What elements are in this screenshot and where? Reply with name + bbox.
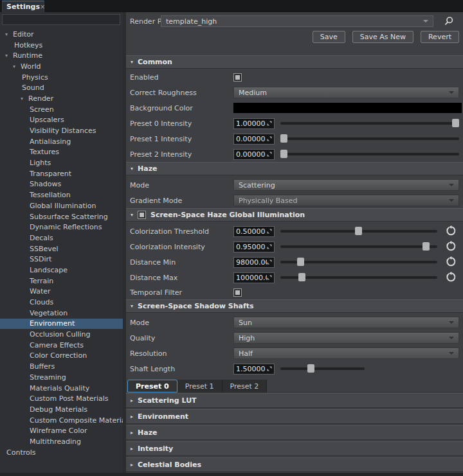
- sidebar-item-runtime[interactable]: ▾Runtime: [0, 50, 123, 61]
- sidebar-item-occlusion-culling[interactable]: Occlusion Culling: [0, 329, 123, 340]
- slider-handle[interactable]: [280, 150, 287, 158]
- close-icon[interactable]: ×: [40, 3, 45, 10]
- shafts-resolution-dropdown[interactable]: Half: [233, 348, 459, 359]
- save-as-new-button[interactable]: Save As New: [352, 31, 413, 43]
- tab-preset-1[interactable]: Preset 1: [177, 380, 222, 392]
- sidebar-item-sound[interactable]: Sound: [0, 82, 123, 93]
- slider-handle[interactable]: [280, 134, 287, 143]
- sidebar-item-visibility-distances[interactable]: Visibility Distances: [0, 125, 123, 136]
- section-header-celestial-bodies[interactable]: ▸ Celestial Bodies: [126, 457, 463, 472]
- sidebar-item-world[interactable]: ▾World: [0, 61, 123, 72]
- section-header-sshgi[interactable]: ▾ Screen-Space Haze Global Illumination: [126, 208, 463, 222]
- sidebar-item-ssbevel[interactable]: SSBevel: [0, 243, 123, 254]
- sidebar-item-vegetation[interactable]: Vegetation: [0, 308, 123, 319]
- sidebar-item-decals[interactable]: Decals: [0, 233, 123, 243]
- sidebar-item-streaming[interactable]: Streaming: [0, 372, 123, 383]
- temporal-filter-checkbox[interactable]: [233, 288, 242, 297]
- preset1-intensity-field[interactable]: 0.00000: [233, 134, 275, 145]
- sidebar-item-textures[interactable]: Textures: [0, 147, 123, 158]
- section-header-haze[interactable]: ▾ Haze: [126, 162, 463, 175]
- sidebar-item-debug-materials[interactable]: Debug Materials: [0, 404, 123, 415]
- sidebar-item-editor[interactable]: ▾Editor: [0, 29, 123, 40]
- shafts-mode-dropdown[interactable]: Sun: [233, 317, 459, 328]
- sidebar-item-controls[interactable]: Controls: [0, 447, 123, 458]
- sidebar-item-dynamic-reflections[interactable]: Dynamic Reflections: [0, 222, 123, 233]
- chevron-down-icon: [449, 184, 454, 186]
- sidebar-item-wireframe-color[interactable]: Wireframe Color: [0, 425, 123, 436]
- distance-max-slider[interactable]: [280, 276, 437, 279]
- slider-handle[interactable]: [452, 119, 459, 127]
- sidebar-item-render[interactable]: ▾Render: [0, 93, 123, 104]
- sidebar-search-input[interactable]: [2, 14, 120, 25]
- sshgi-checkbox[interactable]: [138, 211, 146, 219]
- colorization-threshold-field[interactable]: 0.50000: [233, 226, 275, 237]
- section-header-scattering-lut[interactable]: ▸ Scattering LUT: [126, 393, 463, 408]
- preset0-intensity-slider[interactable]: [280, 122, 459, 125]
- sidebar-item-hotkeys[interactable]: Hotkeys: [0, 40, 123, 51]
- colorization-intensity-field[interactable]: 0.95000: [233, 242, 275, 252]
- tab-preset-2[interactable]: Preset 2: [222, 380, 268, 392]
- reset-icon[interactable]: [446, 256, 457, 267]
- colorization-intensity-slider[interactable]: [280, 245, 437, 248]
- section-header-common[interactable]: ▾ Common: [126, 55, 463, 69]
- sidebar-item-environment[interactable]: Environment: [0, 319, 123, 330]
- sidebar-item-terrain[interactable]: Terrain: [0, 276, 123, 286]
- render-preset-dropdown[interactable]: template_high: [161, 15, 433, 27]
- preset2-intensity-field[interactable]: 0.00000: [233, 149, 275, 160]
- haze-mode-dropdown[interactable]: Scattering: [233, 179, 459, 191]
- section-header-haze-preset[interactable]: ▸ Haze: [126, 425, 463, 440]
- distance-min-slider[interactable]: [280, 261, 437, 263]
- section-header-intensity[interactable]: ▸ Intensity: [126, 441, 463, 456]
- enabled-checkbox[interactable]: [233, 73, 242, 82]
- preset1-intensity-slider[interactable]: [280, 137, 459, 140]
- gradient-mode-dropdown[interactable]: Physically Based: [233, 195, 459, 206]
- slider-handle[interactable]: [298, 273, 305, 281]
- search-icon[interactable]: [444, 16, 454, 26]
- background-color-swatch[interactable]: [233, 103, 462, 113]
- section-header-environment[interactable]: ▸ Environment: [126, 409, 463, 424]
- sidebar-item-color-correction[interactable]: Color Correction: [0, 351, 123, 362]
- sidebar-item-shadows[interactable]: Shadows: [0, 179, 123, 190]
- reset-icon[interactable]: [446, 241, 457, 252]
- distance-max-field[interactable]: 100000.0: [233, 272, 275, 283]
- sidebar-item-tessellation[interactable]: Tessellation: [0, 190, 123, 200]
- shaft-length-slider[interactable]: [280, 367, 365, 370]
- tab-preset-0[interactable]: Preset 0: [127, 380, 177, 392]
- slider-handle[interactable]: [422, 242, 430, 251]
- sidebar-item-buffers[interactable]: Buffers: [0, 361, 123, 372]
- sidebar-item-lights[interactable]: Lights: [0, 157, 123, 168]
- sidebar-item-clouds[interactable]: Clouds: [0, 297, 123, 308]
- sidebar-item-screen[interactable]: Screen: [0, 104, 123, 115]
- sidebar-item-custom-composite-materials[interactable]: Custom Composite Materials: [0, 415, 123, 426]
- sidebar-item-transparent[interactable]: Transparent: [0, 168, 123, 179]
- preset2-intensity-slider[interactable]: [280, 153, 459, 155]
- sidebar-item-ssdirt[interactable]: SSDirt: [0, 254, 123, 265]
- row-enabled: Enabled: [126, 69, 463, 85]
- colorization-threshold-slider[interactable]: [280, 230, 437, 233]
- slider-handle[interactable]: [297, 258, 304, 266]
- shafts-quality-dropdown[interactable]: High: [233, 332, 459, 344]
- sidebar-item-physics[interactable]: Physics: [0, 72, 123, 83]
- save-button[interactable]: Save: [313, 31, 345, 43]
- sidebar-item-global-illumination[interactable]: Global Illumination: [0, 200, 123, 211]
- correct-roughness-dropdown[interactable]: Medium: [233, 87, 459, 98]
- sidebar-item-upscalers[interactable]: Upscalers: [0, 115, 123, 126]
- shaft-length-field[interactable]: 1.50000: [233, 364, 275, 375]
- slider-handle[interactable]: [355, 227, 362, 235]
- sidebar-item-subsurface-scattering[interactable]: Subsurface Scattering: [0, 211, 123, 222]
- sidebar-item-landscape[interactable]: Landscape: [0, 265, 123, 276]
- tab-settings[interactable]: Settings ×: [2, 1, 44, 12]
- reset-icon[interactable]: [446, 225, 457, 236]
- slider-handle[interactable]: [307, 364, 314, 373]
- reset-icon[interactable]: [446, 272, 457, 283]
- sidebar-item-materials-quality[interactable]: Materials Quality: [0, 383, 123, 394]
- preset0-intensity-field[interactable]: 1.00000: [233, 118, 275, 129]
- section-header-shadow-shafts[interactable]: ▾ Screen-Space Shadow Shafts: [126, 299, 463, 313]
- sidebar-item-custom-post-materials[interactable]: Custom Post Materials: [0, 393, 123, 404]
- sidebar-item-antialiasing[interactable]: Antialiasing: [0, 136, 123, 147]
- revert-button[interactable]: Revert: [421, 31, 459, 43]
- distance-min-field[interactable]: 98000.00: [233, 257, 275, 268]
- sidebar-item-water[interactable]: Water: [0, 286, 123, 297]
- sidebar-item-multithreading[interactable]: Multithreading: [0, 436, 123, 447]
- sidebar-item-camera-effects[interactable]: Camera Effects: [0, 340, 123, 351]
